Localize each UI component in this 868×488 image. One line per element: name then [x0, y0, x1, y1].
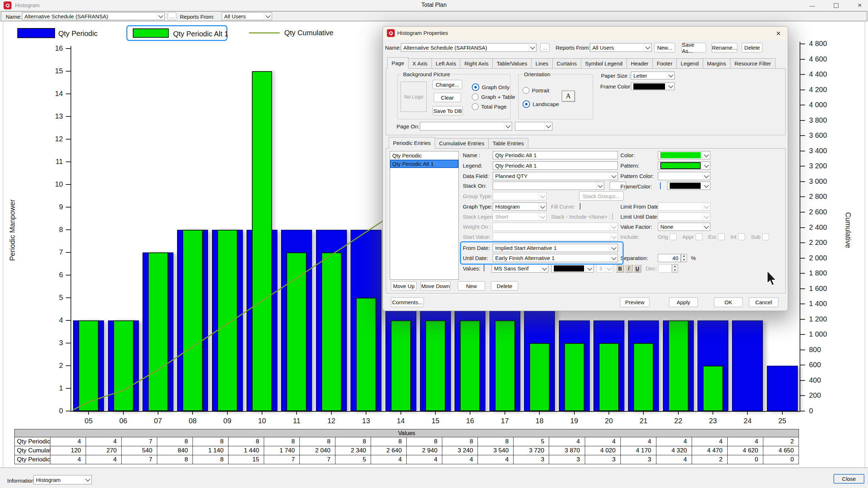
- information-select[interactable]: Histogram: [33, 475, 92, 484]
- from-date-select[interactable]: Implied Start Alternative 1: [493, 244, 618, 252]
- chevron-down-icon[interactable]: [702, 182, 710, 190]
- radio-graph-only[interactable]: Graph Only: [472, 83, 510, 91]
- fill-curve-checkbox[interactable]: [580, 203, 580, 210]
- tab-periodic-entries[interactable]: Periodic Entries: [389, 137, 435, 149]
- pattern-color-select[interactable]: [658, 172, 710, 180]
- radio-landscape[interactable]: Landscape: [523, 100, 559, 108]
- pattern-select[interactable]: [658, 161, 710, 170]
- page-on-select[interactable]: [420, 122, 512, 131]
- tab-margins[interactable]: Margins: [703, 58, 731, 69]
- dec-spinner[interactable]: ▲▼: [672, 264, 678, 273]
- save-as-button[interactable]: Save As...: [682, 43, 706, 53]
- close-icon[interactable]: ✕: [851, 0, 868, 11]
- tab-footer[interactable]: Footer: [652, 58, 677, 69]
- legend-label-qty-cumulative[interactable]: Qty Cumulative: [284, 29, 334, 37]
- paper-size-select[interactable]: Letter: [631, 72, 675, 79]
- tab-page[interactable]: Page: [387, 57, 408, 69]
- ok-button[interactable]: OK: [714, 297, 743, 307]
- legend-swatch-qty-periodic[interactable]: [17, 28, 55, 38]
- close-button[interactable]: Close: [833, 474, 864, 484]
- radio-portrait[interactable]: Portrait: [523, 87, 549, 94]
- chevron-down-icon[interactable]: [83, 475, 91, 484]
- clear-button[interactable]: Clear: [434, 93, 461, 102]
- chevron-down-icon[interactable]: [610, 172, 618, 180]
- new-button[interactable]: New...: [654, 43, 675, 53]
- frame-color-checkbox[interactable]: [660, 182, 661, 189]
- tab-lines[interactable]: Lines: [531, 58, 553, 69]
- tab-resource-filter[interactable]: Resource Filter: [730, 58, 776, 69]
- tab-right-axis[interactable]: Right Axis: [460, 58, 493, 69]
- chevron-down-icon[interactable]: [596, 182, 604, 190]
- chevron-down-icon[interactable]: [702, 223, 710, 231]
- chevron-down-icon[interactable]: [702, 172, 710, 180]
- tab-table-entries[interactable]: Table Entries: [488, 138, 528, 149]
- until-date-select[interactable]: Early Finish Alternative 1: [493, 254, 618, 262]
- color-select[interactable]: [658, 151, 710, 159]
- browse-button[interactable]: ...: [168, 12, 176, 20]
- chevron-down-icon[interactable]: [264, 13, 272, 20]
- chevron-down-icon[interactable]: [528, 44, 536, 51]
- schedule-name-select[interactable]: Alternative Schedule (SAFRANSA): [22, 12, 165, 20]
- values-checkbox[interactable]: [484, 265, 484, 272]
- entry-delete-button[interactable]: Delete: [491, 281, 518, 291]
- radio-graph-table[interactable]: Graph + Table: [472, 94, 515, 100]
- dialog-close-icon[interactable]: ✕: [772, 29, 785, 38]
- chevron-down-icon[interactable]: [666, 83, 674, 90]
- chevron-down-icon[interactable]: [610, 244, 618, 252]
- separation-input[interactable]: [658, 254, 681, 262]
- values-font-color-select[interactable]: [551, 264, 594, 273]
- stack-on-select[interactable]: [493, 182, 604, 190]
- entry-name-input[interactable]: [493, 151, 618, 159]
- dialog-reports-from-select[interactable]: All Users: [590, 43, 652, 52]
- list-item[interactable]: Qty Periodic: [390, 151, 458, 160]
- separation-spinner[interactable]: ▲▼: [681, 254, 687, 262]
- tab-legend[interactable]: Legend: [676, 58, 703, 69]
- tab-symbol-legend[interactable]: Symbol Legend: [581, 58, 627, 69]
- italic-button[interactable]: I: [625, 264, 633, 273]
- save-to-db-button[interactable]: Save To DB: [433, 106, 463, 115]
- tab-x-axis[interactable]: X Axis: [408, 58, 432, 69]
- chevron-down-icon[interactable]: [504, 122, 512, 130]
- chevron-down-icon[interactable]: [157, 13, 164, 20]
- dialog-browse-button[interactable]: ...: [540, 43, 550, 52]
- tab-table-values[interactable]: Table/Values: [492, 58, 532, 69]
- chevron-down-icon[interactable]: [538, 203, 546, 210]
- reports-from-select[interactable]: All Users: [222, 12, 272, 20]
- chevron-down-icon[interactable]: [702, 151, 710, 159]
- preview-button[interactable]: Preview: [620, 297, 650, 307]
- tab-header[interactable]: Header: [627, 58, 653, 69]
- maximize-icon[interactable]: [828, 0, 844, 11]
- rename-button[interactable]: Rename...: [711, 43, 737, 53]
- tab-curtains[interactable]: Curtains: [552, 58, 581, 69]
- move-up-button[interactable]: Move Up: [391, 281, 417, 291]
- minimize-icon[interactable]: —: [804, 0, 820, 11]
- tab-cumulative-entries[interactable]: Cumulative Entries: [435, 138, 489, 149]
- change-button[interactable]: Change...: [433, 80, 462, 89]
- bold-button[interactable]: B: [616, 264, 624, 273]
- chevron-down-icon[interactable]: [702, 162, 710, 169]
- underline-button[interactable]: U: [633, 264, 641, 273]
- chevron-down-icon[interactable]: [666, 72, 674, 79]
- tab-left-axis[interactable]: Left Axis: [431, 58, 461, 69]
- list-item[interactable]: Qty Periodic Alt 1: [390, 160, 458, 168]
- entry-legend-input[interactable]: [493, 161, 618, 170]
- legend-highlight-qty-periodic-alt1[interactable]: Qty Periodic Alt 1: [126, 25, 227, 41]
- page-on-select-2[interactable]: [515, 122, 552, 131]
- apply-button[interactable]: Apply: [669, 297, 698, 307]
- values-font-select[interactable]: MS Sans Serif: [492, 264, 548, 273]
- graph-type-select[interactable]: Histogram: [493, 202, 547, 211]
- dialog-schedule-name-select[interactable]: Alternative Schedule (SAFRANSA): [401, 43, 537, 52]
- radio-total-page[interactable]: Total Page: [472, 103, 507, 110]
- entries-listbox[interactable]: Qty PeriodicQty Periodic Alt 1: [390, 151, 459, 280]
- chevron-down-icon[interactable]: [643, 44, 651, 51]
- legend-label-qty-periodic[interactable]: Qty Periodic: [58, 29, 98, 38]
- legend-line-qty-cumulative[interactable]: [249, 32, 280, 33]
- entry-new-button[interactable]: New: [458, 281, 485, 291]
- move-down-button[interactable]: Move Down: [420, 281, 451, 291]
- chevron-down-icon[interactable]: [544, 122, 552, 130]
- frame-color-select[interactable]: [631, 82, 675, 90]
- chevron-down-icon[interactable]: [586, 265, 593, 272]
- value-factor-select[interactable]: None: [658, 223, 710, 231]
- comments-button[interactable]: Comments...: [391, 297, 424, 307]
- data-field-select[interactable]: Planned QTY: [493, 172, 618, 180]
